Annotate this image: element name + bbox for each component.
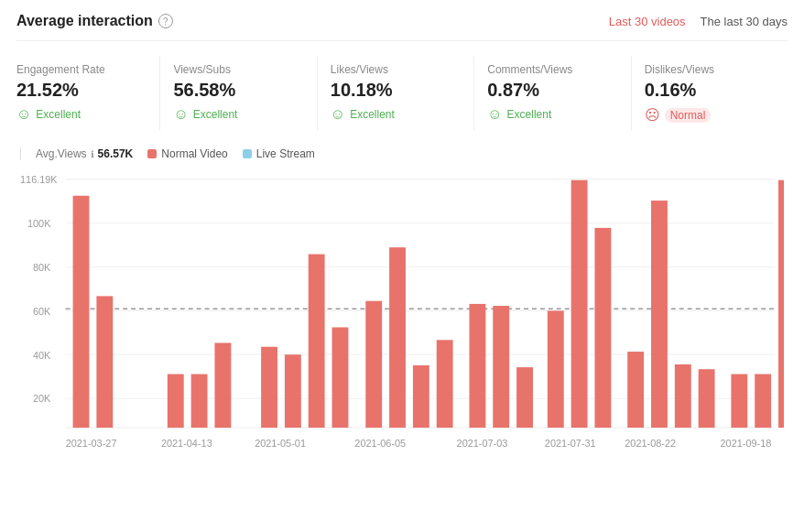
bar-15[interactable] — [516, 367, 533, 428]
main-container: Average interaction ? Last 30 videos The… — [0, 0, 804, 484]
bar-0[interactable] — [73, 196, 90, 428]
chart-section: Avg.Views ℹ 56.57K Normal Video Live Str… — [16, 147, 788, 472]
bar-9[interactable] — [365, 301, 382, 428]
bar-19[interactable] — [627, 352, 644, 428]
legend-avg: Avg.Views ℹ 56.57K — [36, 147, 133, 160]
y-label-4: 80K — [33, 261, 51, 272]
smiley-bad-4: ☹ — [645, 106, 660, 124]
y-label-6: 116.19K — [20, 174, 58, 185]
y-label-5: 100K — [27, 217, 51, 228]
y-label-3: 60K — [33, 305, 51, 316]
bar-5[interactable] — [261, 347, 277, 428]
legend-divider — [20, 147, 21, 160]
badge-0: Excellent — [36, 108, 81, 121]
bar-18[interactable] — [594, 228, 611, 428]
legend-label-live: Live Stream — [256, 147, 315, 160]
bar-3[interactable] — [191, 375, 208, 429]
bar-7[interactable] — [309, 255, 325, 428]
metric-value-0: 21.52% — [16, 80, 147, 101]
metric-label-1: Views/Subs — [173, 63, 303, 76]
legend-live-stream: Live Stream — [243, 147, 315, 160]
avg-value: 56.57K — [98, 147, 134, 160]
bar-17[interactable] — [571, 180, 588, 428]
bar-1[interactable] — [96, 296, 113, 428]
bar-10[interactable] — [389, 247, 406, 428]
bar-23[interactable] — [731, 375, 747, 429]
metric-badge-3: ☺ Excellent — [487, 106, 617, 123]
badge-1: Excellent — [193, 108, 238, 121]
bar-13[interactable] — [469, 304, 485, 428]
metric-badge-0: ☺ Excellent — [16, 106, 147, 123]
metric-label-3: Comments/Views — [487, 63, 617, 76]
badge-4: Normal — [665, 108, 712, 123]
metric-value-4: 0.16% — [645, 80, 775, 101]
x-label-6: 2021-08-22 — [625, 438, 676, 449]
chart-svg: 116.19K 100K 80K 60K 40K 20K — [20, 169, 784, 472]
x-label-7: 2021-09-18 — [721, 438, 772, 449]
x-label-4: 2021-07-03 — [457, 438, 508, 449]
smiley-good-1: ☺ — [173, 106, 188, 123]
metrics-row: Engagement Rate 21.52% ☺ Excellent Views… — [16, 56, 788, 131]
bar-21[interactable] — [675, 364, 691, 428]
badge-3: Excellent — [507, 108, 552, 121]
legend-dot-live — [243, 149, 252, 158]
metric-value-1: 56.58% — [173, 80, 303, 101]
header-tabs: Last 30 videos The last 30 days — [609, 15, 788, 28]
bar-24[interactable] — [755, 375, 771, 429]
chart-legend: Avg.Views ℹ 56.57K Normal Video Live Str… — [20, 147, 784, 160]
bar-12[interactable] — [437, 340, 453, 428]
x-label-1: 2021-04-13 — [161, 438, 212, 449]
badge-2: Excellent — [350, 108, 395, 121]
smiley-good-2: ☺ — [331, 106, 345, 123]
bar-20[interactable] — [651, 201, 668, 428]
info-icon[interactable]: ? — [158, 14, 173, 28]
metric-views-subs: Views/Subs 56.58% ☺ Excellent — [160, 56, 317, 131]
metric-comments-views: Comments/Views 0.87% ☺ Excellent — [474, 56, 631, 131]
metric-label-0: Engagement Rate — [16, 63, 147, 76]
header-left: Average interaction ? — [16, 13, 173, 29]
bar-14[interactable] — [493, 306, 509, 428]
tab-last-30-days[interactable]: The last 30 days — [701, 15, 788, 28]
tab-last-30-videos[interactable]: Last 30 videos — [609, 15, 686, 28]
bar-4[interactable] — [214, 342, 231, 428]
metric-engagement-rate: Engagement Rate 21.52% ☺ Excellent — [16, 56, 160, 131]
page-title: Average interaction — [16, 13, 153, 29]
legend-dot-normal — [147, 149, 157, 158]
bar-6[interactable] — [285, 354, 301, 428]
x-label-3: 2021-06-05 — [354, 438, 406, 449]
metric-dislikes-views: Dislikes/Views 0.16% ☹ Normal — [632, 56, 788, 131]
metric-label-4: Dislikes/Views — [645, 63, 775, 76]
metric-badge-2: ☺ Excellent — [331, 106, 461, 123]
legend-normal-video: Normal Video — [147, 147, 227, 160]
avg-label: Avg.Views — [36, 147, 87, 160]
metric-likes-views: Likes/Views 10.18% ☺ Excellent — [318, 56, 474, 131]
metric-label-2: Likes/Views — [331, 63, 461, 76]
chart-area: 116.19K 100K 80K 60K 40K 20K — [20, 169, 784, 472]
bar-2[interactable] — [168, 375, 184, 429]
metric-value-2: 10.18% — [331, 80, 461, 101]
smiley-good-3: ☺ — [487, 106, 502, 123]
bar-8[interactable] — [332, 327, 349, 428]
x-label-0: 2021-03-27 — [66, 438, 117, 449]
header: Average interaction ? Last 30 videos The… — [16, 13, 788, 41]
legend-label-normal: Normal Video — [161, 147, 227, 160]
bar-11[interactable] — [413, 365, 429, 428]
y-label-1: 20K — [33, 393, 51, 404]
x-label-2: 2021-05-01 — [255, 438, 306, 449]
bar-22[interactable] — [699, 369, 715, 428]
metric-value-3: 0.87% — [487, 80, 617, 101]
y-label-2: 40K — [33, 349, 51, 360]
bar-16[interactable] — [548, 310, 564, 428]
smiley-good-0: ☺ — [16, 106, 31, 123]
metric-badge-1: ☺ Excellent — [173, 106, 303, 123]
metric-badge-4: ☹ Normal — [645, 106, 775, 124]
avg-info-icon[interactable]: ℹ — [91, 149, 94, 159]
bar-25[interactable] — [778, 180, 784, 428]
x-label-5: 2021-07-31 — [545, 438, 596, 449]
